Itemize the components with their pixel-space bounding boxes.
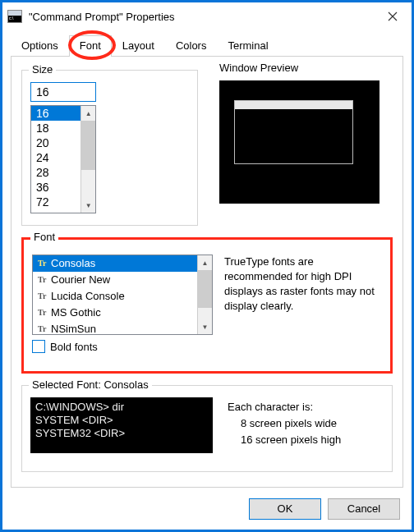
tab-panel-font: Size 16 18 20 24 28 36 72 ▲ [11, 57, 403, 488]
size-option[interactable]: 36 [31, 180, 80, 195]
bold-fonts-checkbox[interactable]: Bold fonts [32, 340, 382, 353]
window-preview-section: Window Preview [219, 65, 393, 226]
truetype-icon: Tr [38, 289, 49, 304]
font-name: Consolas [51, 256, 95, 271]
size-group: Size 16 18 20 24 28 36 72 ▲ [21, 70, 198, 226]
font-name: NSimSun [51, 322, 96, 334]
selected-font-group: Selected Font: Consolas C:\WINDOWS> dir … [21, 385, 393, 472]
character-size-info: Each character is: 8 screen pixels wide … [228, 397, 341, 453]
font-option[interactable]: TrMS Gothic [33, 305, 197, 321]
close-button[interactable] [374, 2, 412, 30]
char-width: 8 screen pixels wide [228, 415, 341, 432]
app-icon [7, 10, 22, 23]
sample-line: SYSTEM <DIR> [35, 414, 208, 427]
font-option[interactable]: TrNSimSun [33, 321, 197, 334]
checkbox-icon [32, 340, 45, 353]
window-title: "Command Prompt" Properties [29, 11, 374, 23]
tab-layout[interactable]: Layout [112, 35, 165, 56]
font-group: Font TrConsolas TrCourier New TrLucida C… [21, 237, 393, 374]
scroll-down-icon[interactable]: ▼ [81, 198, 95, 213]
size-option[interactable]: 18 [31, 121, 80, 135]
window-preview-label: Window Preview [219, 62, 393, 74]
scroll-thumb[interactable] [81, 121, 95, 170]
ok-button[interactable]: OK [249, 498, 321, 520]
font-option[interactable]: TrCourier New [33, 272, 197, 288]
truetype-icon: Tr [38, 256, 49, 271]
size-option[interactable]: 72 [31, 195, 80, 209]
tab-options[interactable]: Options [11, 35, 69, 56]
truetype-icon: Tr [38, 305, 49, 320]
size-option[interactable]: 28 [31, 165, 80, 180]
char-desc-heading: Each character is: [228, 399, 341, 415]
size-scrollbar[interactable]: ▲ ▼ [80, 106, 95, 213]
tab-strip: Options Font Layout Colors Terminal [11, 35, 403, 57]
scroll-down-icon[interactable]: ▼ [198, 319, 212, 334]
size-group-label: Size [29, 63, 56, 76]
window-frame: "Command Prompt" Properties Options Font… [0, 0, 414, 532]
size-option[interactable]: 20 [31, 135, 80, 150]
size-listbox[interactable]: 16 18 20 24 28 36 72 ▲ ▼ [30, 105, 96, 213]
dialog-buttons: OK Cancel [249, 498, 400, 520]
tab-colors[interactable]: Colors [165, 35, 218, 56]
sample-line: C:\WINDOWS> dir [35, 401, 208, 414]
sample-line: SYSTEM32 <DIR> [35, 427, 208, 440]
scroll-thumb[interactable] [198, 270, 212, 308]
font-group-label: Font [30, 231, 58, 243]
char-height: 16 screen pixels high [228, 432, 341, 448]
font-option[interactable]: TrLucida Console [33, 288, 197, 305]
size-input[interactable] [30, 82, 96, 102]
titlebar[interactable]: "Command Prompt" Properties [2, 2, 412, 30]
size-option[interactable]: 24 [31, 150, 80, 165]
window-preview-sample [234, 100, 353, 164]
truetype-icon: Tr [38, 273, 49, 287]
truetype-icon: Tr [38, 322, 49, 334]
font-option[interactable]: TrConsolas [33, 255, 197, 272]
scroll-up-icon[interactable]: ▲ [198, 255, 212, 270]
cancel-button[interactable]: Cancel [328, 498, 400, 520]
tab-font[interactable]: Font [69, 35, 112, 57]
window-preview [219, 80, 380, 204]
font-listbox[interactable]: TrConsolas TrCourier New TrLucida Consol… [32, 255, 213, 335]
font-description: TrueType fonts are recommended for high … [224, 255, 382, 335]
font-name: Courier New [51, 273, 110, 287]
selected-font-label: Selected Font: Consolas [29, 378, 152, 391]
font-sample-preview: C:\WINDOWS> dir SYSTEM <DIR> SYSTEM32 <D… [30, 397, 213, 453]
scroll-up-icon[interactable]: ▲ [81, 106, 95, 121]
size-option[interactable]: 16 [31, 106, 80, 121]
font-name: MS Gothic [51, 305, 101, 320]
tab-terminal[interactable]: Terminal [217, 35, 278, 56]
font-scrollbar[interactable]: ▲ ▼ [197, 255, 212, 334]
bold-fonts-label: Bold fonts [50, 341, 98, 353]
font-name: Lucida Console [51, 289, 125, 304]
